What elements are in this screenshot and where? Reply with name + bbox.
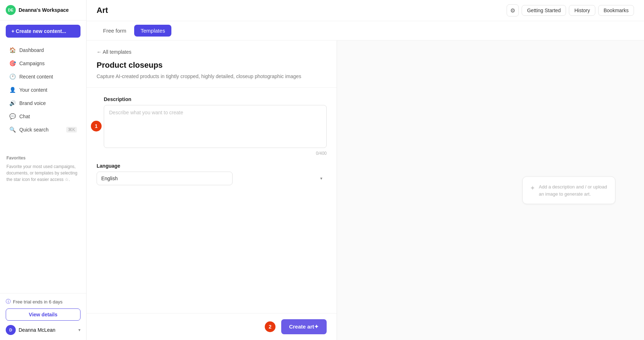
history-button[interactable]: History xyxy=(569,5,595,16)
sidebar-item-quick-search[interactable]: 🔍 Quick search ⌘K xyxy=(3,123,83,136)
gear-icon: ⚙ xyxy=(510,7,515,14)
page-title: Art xyxy=(97,6,502,15)
step-1-badge: 1 xyxy=(91,121,102,131)
form-section: 1 Description 0/400 Language English Spa… xyxy=(87,88,337,313)
chat-icon: 💬 xyxy=(9,113,16,120)
view-details-button[interactable]: View details xyxy=(6,308,80,321)
user-row[interactable]: D Deanna McLean ▾ xyxy=(6,325,80,335)
template-title: Product closeups xyxy=(97,61,327,70)
description-field-group: 1 Description 0/400 xyxy=(97,96,327,156)
user-name: Deanna McLean xyxy=(19,327,75,333)
tabs-row: Free form Templates xyxy=(87,21,644,40)
template-header: ← All templates Product closeups Capture… xyxy=(87,40,337,88)
bottom-bar: 2 Create art✦ xyxy=(87,313,337,340)
sidebar-item-your-content[interactable]: 👤 Your content xyxy=(3,83,83,96)
language-select[interactable]: English Spanish French German Italian Po… xyxy=(97,172,233,185)
campaigns-icon: 🎯 xyxy=(9,60,16,67)
language-label: Language xyxy=(97,163,327,169)
sidebar-item-chat[interactable]: 💬 Chat xyxy=(3,110,83,123)
sidebar-item-brand-voice[interactable]: 🔊 Brand voice xyxy=(3,97,83,110)
chevron-down-icon: ▾ xyxy=(320,176,322,181)
sparkle-icon: ✦ xyxy=(530,184,535,192)
favorites-section: Favorites Favorite your most used campai… xyxy=(0,151,86,187)
sidebar-item-label: Your content xyxy=(19,87,47,93)
avatar: D xyxy=(6,325,16,335)
favorites-hint: Favorite your most used campaigns, docum… xyxy=(6,163,80,183)
right-panel: ✦ Add a description and / or upload an i… xyxy=(337,40,644,340)
content-area: ← All templates Product closeups Capture… xyxy=(87,40,644,340)
sidebar-item-label: Dashboard xyxy=(19,47,44,53)
your-content-icon: 👤 xyxy=(9,87,16,93)
tab-templates[interactable]: Templates xyxy=(134,25,171,37)
sidebar-item-label: Quick search xyxy=(19,127,49,133)
recent-icon: 🕐 xyxy=(9,73,16,80)
sidebar: DE Deanna's Workspace + Create new conte… xyxy=(0,0,87,340)
sidebar-item-dashboard[interactable]: 🏠 Dashboard xyxy=(3,44,83,57)
trial-row: ⓘ Free trial ends in 6 days xyxy=(6,298,80,305)
workspace-name: Deanna's Workspace xyxy=(19,7,69,13)
getting-started-button[interactable]: Getting Started xyxy=(522,5,566,16)
favorites-title: Favorites xyxy=(6,155,80,161)
header-actions: ⚙ Getting Started History Bookmarks xyxy=(507,4,634,16)
sidebar-item-label: Chat xyxy=(19,114,30,119)
art-hint-card: ✦ Add a description and / or upload an i… xyxy=(522,177,615,204)
nav-list: 🏠 Dashboard 🎯 Campaigns 🕐 Recent content… xyxy=(0,42,86,151)
back-link[interactable]: ← All templates xyxy=(97,49,327,55)
sidebar-item-label: Campaigns xyxy=(19,61,45,66)
sidebar-item-label: Brand voice xyxy=(19,100,46,106)
trial-text: Free trial ends in 6 days xyxy=(13,299,63,305)
char-count: 0/400 xyxy=(104,151,327,156)
left-panel: ← All templates Product closeups Capture… xyxy=(87,40,337,340)
create-art-button[interactable]: Create art✦ xyxy=(281,319,327,334)
sidebar-item-recent-content[interactable]: 🕐 Recent content xyxy=(3,70,83,83)
art-hint-text: Add a description and / or upload an ima… xyxy=(539,183,608,197)
language-select-wrapper: English Spanish French German Italian Po… xyxy=(97,172,327,185)
tab-free-form[interactable]: Free form xyxy=(97,25,133,37)
sidebar-footer: ⓘ Free trial ends in 6 days View details… xyxy=(0,293,86,340)
language-field-group: Language English Spanish French German I… xyxy=(97,163,327,185)
sidebar-item-campaigns[interactable]: 🎯 Campaigns xyxy=(3,57,83,70)
main-content: Art ⚙ Getting Started History Bookmarks … xyxy=(87,0,644,340)
search-icon: 🔍 xyxy=(9,126,16,133)
sidebar-item-label: Recent content xyxy=(19,74,53,80)
chevron-down-icon: ▾ xyxy=(78,327,80,332)
trial-icon: ⓘ xyxy=(6,298,11,305)
brand-voice-icon: 🔊 xyxy=(9,100,16,106)
sidebar-header: DE Deanna's Workspace xyxy=(0,0,86,20)
shortcut-badge: ⌘K xyxy=(66,127,77,133)
description-textarea[interactable] xyxy=(104,105,327,148)
top-header: Art ⚙ Getting Started History Bookmarks xyxy=(87,0,644,21)
dashboard-icon: 🏠 xyxy=(9,47,16,53)
bookmarks-button[interactable]: Bookmarks xyxy=(598,5,634,16)
step-2-badge: 2 xyxy=(265,321,275,332)
workspace-avatar: DE xyxy=(6,5,16,15)
create-new-content-button[interactable]: + Create new content... xyxy=(6,25,80,38)
template-description: Capture AI-created products in tightly c… xyxy=(97,73,327,80)
settings-button[interactable]: ⚙ xyxy=(507,4,519,16)
description-label: Description xyxy=(104,96,327,102)
